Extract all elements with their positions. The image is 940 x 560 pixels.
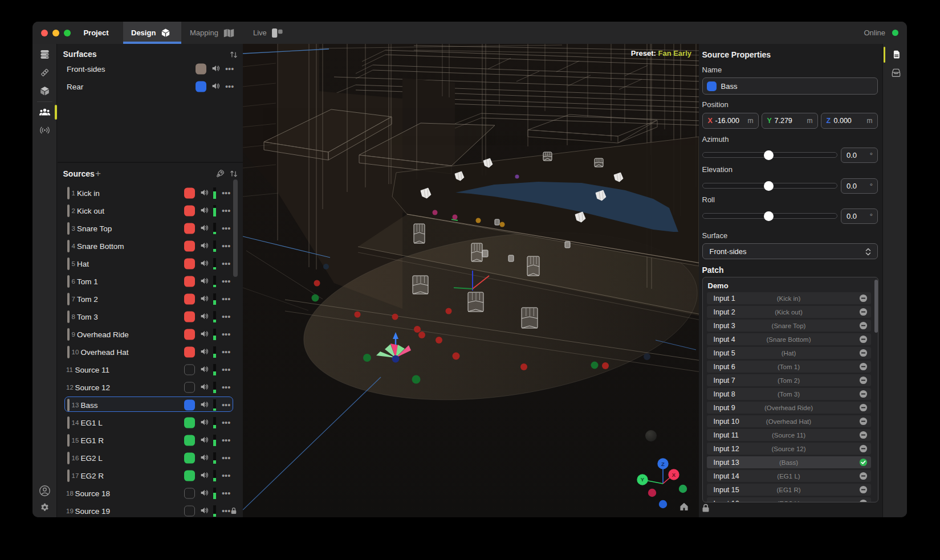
svg-text:Z: Z [661,461,665,467]
svg-text:Y: Y [641,476,645,483]
svg-text:X: X [672,472,676,478]
